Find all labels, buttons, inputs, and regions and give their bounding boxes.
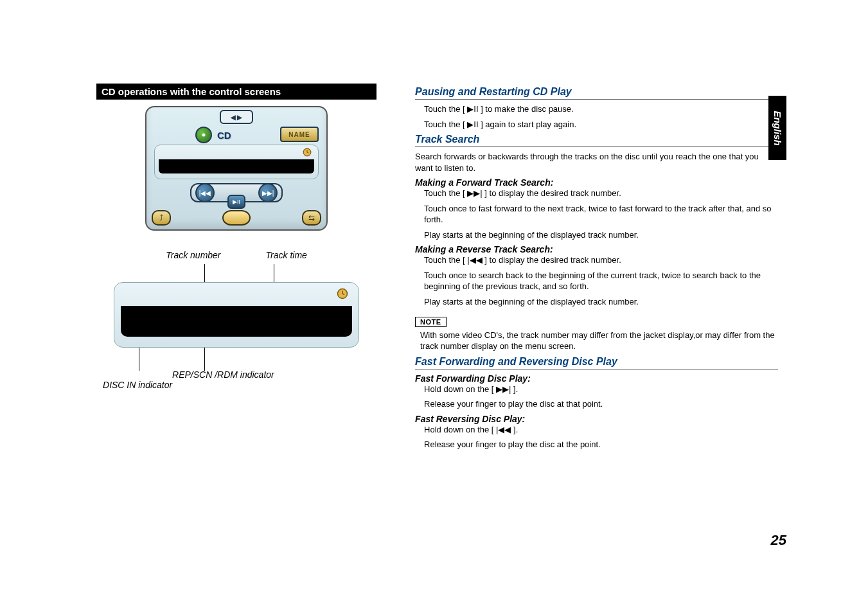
- play-pause-button[interactable]: ▶II: [227, 195, 245, 209]
- top-callouts: Track number Track time: [108, 250, 365, 260]
- reverse-search-head: Making a Reverse Track Search:: [415, 244, 778, 254]
- mode-label: CD: [217, 130, 231, 141]
- callout-track-number: Track number: [166, 250, 220, 260]
- forward-line1: Touch the [ ▶▶| ] to display the desired…: [424, 188, 778, 199]
- fr-line1: Hold down on the [ |◀◀ ].: [424, 424, 778, 436]
- pause-line2: Touch the [ ▶II ] again to start play ag…: [424, 119, 778, 130]
- fast-forward-head: Fast Forwarding Disc Play:: [415, 373, 778, 384]
- forward-search-head: Making a Forward Track Search:: [415, 177, 778, 188]
- page-number: 25: [771, 532, 786, 549]
- settings-button[interactable]: ⇆: [302, 210, 321, 226]
- cd-control-screen: ◀ ▶ CD NAME |◀◀ ▶▶| ▶II: [145, 106, 328, 231]
- next-track-glyph: ▶▶|: [467, 188, 482, 198]
- ff-line2: Release your finger to play the disc at …: [424, 398, 778, 410]
- reverse-line1: Touch the [ |◀◀ ] to display the desired…: [424, 254, 778, 266]
- heading-pausing: Pausing and Restarting CD Play: [415, 86, 778, 100]
- mode-row: CD: [195, 127, 231, 143]
- display-strip-diagram: Track number Track time REP/SCN /RDM ind…: [108, 250, 365, 390]
- ff-line1: Hold down on the [ ▶▶| ].: [424, 384, 778, 395]
- clock-icon: [303, 148, 312, 157]
- play-pause-glyph: ▶II: [467, 104, 478, 114]
- tab-arrows-icon: ◀ ▶: [231, 114, 243, 121]
- callout-disc-in: DISC IN indicator: [103, 380, 172, 390]
- play-pause-glyph: ▶II: [467, 120, 478, 129]
- disc-icon: [195, 127, 212, 143]
- reverse-line2: Touch once to search back to the beginni…: [424, 270, 778, 292]
- content-columns: CD operations with the control screens ◀…: [96, 84, 778, 454]
- heading-track-search: Track Search: [415, 134, 778, 147]
- callout-track-time: Track time: [266, 250, 307, 260]
- bottom-pointer-lines: [108, 348, 365, 371]
- center-dish[interactable]: [222, 210, 251, 226]
- pause-line1: Touch the [ ▶II ] to make the disc pause…: [424, 103, 778, 115]
- prev-track-glyph: |◀◀: [496, 425, 511, 434]
- info-strip: [154, 145, 319, 179]
- bottom-row: ⤴ ⇆: [152, 210, 321, 226]
- fr-line2: Release your finger to play the disc at …: [424, 439, 778, 450]
- return-button[interactable]: ⤴: [152, 210, 171, 226]
- info-blackzone: [159, 159, 314, 173]
- section-title-bar: CD operations with the control screens: [96, 84, 376, 100]
- name-button[interactable]: NAME: [280, 127, 319, 142]
- fast-reverse-head: Fast Reversing Disc Play:: [415, 414, 778, 424]
- top-tab[interactable]: ◀ ▶: [220, 110, 253, 124]
- callout-rep-scn-rdm: REP/SCN /RDM indicator: [172, 369, 274, 380]
- prev-track-glyph: |◀◀: [467, 255, 482, 265]
- display-strip: [114, 282, 359, 348]
- clock-icon: [337, 288, 348, 299]
- prev-track-button[interactable]: |◀◀: [195, 183, 215, 202]
- next-track-button[interactable]: ▶▶|: [258, 183, 278, 202]
- note-body: With some video CD's, the track number m…: [420, 330, 778, 352]
- right-column: Pausing and Restarting CD Play Touch the…: [415, 84, 778, 454]
- heading-fast-forward-reverse: Fast Forwarding and Reversing Disc Play: [415, 356, 778, 369]
- language-tab: English: [768, 96, 786, 160]
- track-search-lead: Search forwards or backwards through the…: [415, 151, 778, 173]
- top-pointer-lines: [108, 264, 365, 282]
- forward-line3: Play starts at the beginning of the disp…: [424, 229, 778, 241]
- reverse-line3: Play starts at the beginning of the disp…: [424, 296, 778, 308]
- manual-page: CD operations with the control screens ◀…: [0, 0, 868, 613]
- note-label: NOTE: [415, 317, 447, 327]
- next-track-glyph: ▶▶|: [496, 384, 511, 394]
- forward-line2: Touch once to fast forward to the next t…: [424, 203, 778, 226]
- transport-bar: |◀◀ ▶▶| ▶II: [190, 183, 283, 202]
- left-column: CD operations with the control screens ◀…: [96, 84, 376, 454]
- bottom-callouts: REP/SCN /RDM indicator DISC IN indicator: [108, 371, 365, 390]
- display-blackzone: [121, 306, 352, 337]
